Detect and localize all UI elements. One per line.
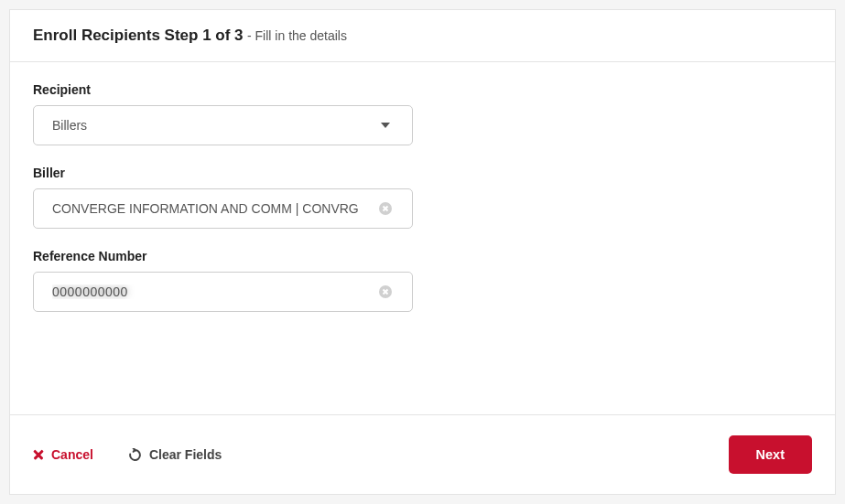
recipient-label: Recipient xyxy=(33,82,413,97)
page-title: Enroll Recipients Step 1 of 3 xyxy=(33,27,244,44)
reference-number-input-wrapper xyxy=(33,272,413,312)
biller-label: Biller xyxy=(33,166,413,180)
clear-biller-icon[interactable] xyxy=(379,202,392,215)
undo-icon xyxy=(128,448,142,462)
clear-fields-label: Clear Fields xyxy=(149,447,222,462)
close-icon xyxy=(33,449,44,460)
biller-input[interactable] xyxy=(52,201,379,216)
card-footer: Cancel Clear Fields Next xyxy=(10,414,835,494)
cancel-label: Cancel xyxy=(51,447,93,462)
reference-number-group: Reference Number xyxy=(33,249,413,312)
caret-down-icon xyxy=(381,123,390,128)
card-body: Recipient Billers Biller Reference Numbe… xyxy=(10,62,835,414)
page-subtitle: - Fill in the details xyxy=(247,28,347,43)
next-button[interactable]: Next xyxy=(729,435,812,474)
reference-number-label: Reference Number xyxy=(33,249,413,263)
recipient-select[interactable]: Billers xyxy=(33,105,413,145)
recipient-group: Recipient Billers xyxy=(33,82,413,145)
footer-left: Cancel Clear Fields xyxy=(33,447,222,462)
cancel-button[interactable]: Cancel xyxy=(33,447,93,462)
biller-group: Biller xyxy=(33,166,413,229)
card-header: Enroll Recipients Step 1 of 3 - Fill in … xyxy=(10,10,835,62)
enroll-recipients-card: Enroll Recipients Step 1 of 3 - Fill in … xyxy=(9,9,836,495)
reference-number-input[interactable] xyxy=(52,284,379,299)
recipient-selected-value: Billers xyxy=(52,118,381,133)
clear-fields-button[interactable]: Clear Fields xyxy=(128,447,222,462)
biller-input-wrapper xyxy=(33,188,413,229)
clear-reference-number-icon[interactable] xyxy=(379,285,392,298)
